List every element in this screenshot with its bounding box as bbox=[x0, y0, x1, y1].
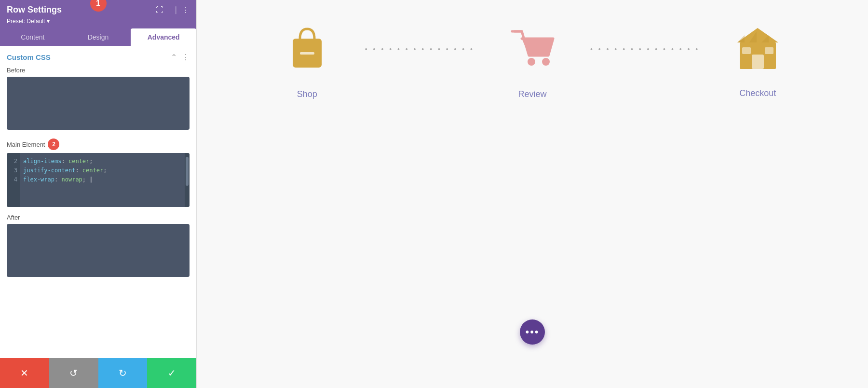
line-numbers: 2 3 4 bbox=[7, 153, 20, 207]
svg-rect-8 bbox=[765, 47, 773, 54]
before-textarea[interactable] bbox=[7, 77, 190, 130]
fullscreen-icon[interactable]: ⛶ bbox=[156, 6, 163, 14]
after-label: After bbox=[7, 214, 190, 221]
before-label: Before bbox=[7, 67, 190, 74]
section-controls: ⌃ ⋮ bbox=[171, 53, 190, 62]
collapse-icon[interactable]: ⌃ bbox=[171, 53, 177, 62]
store-icon bbox=[735, 26, 781, 81]
right-canvas: Shop • • • • • • • • • • • • • • Review bbox=[197, 0, 868, 388]
cart-icon bbox=[510, 24, 556, 82]
after-textarea[interactable] bbox=[7, 224, 190, 277]
flow-item-review: Review bbox=[479, 24, 585, 99]
preset-label[interactable]: Preset: Default ▾ bbox=[7, 18, 190, 28]
cancel-button[interactable]: ✕ bbox=[0, 358, 49, 388]
svg-rect-7 bbox=[742, 47, 751, 54]
panel-title: Row Settings bbox=[7, 5, 62, 15]
menu-dots-icon[interactable]: ⋮ bbox=[182, 5, 190, 14]
panel-body: Custom CSS ⌃ ⋮ Before Main Element 2 2 3… bbox=[0, 46, 196, 358]
redo-button[interactable]: ↻ bbox=[98, 358, 148, 388]
main-element-label: Main Element 2 bbox=[7, 139, 190, 150]
left-panel: Row Settings ⛶ ⎹ ⋮ Preset: Default ▾ 1 C… bbox=[0, 0, 197, 388]
svg-rect-1 bbox=[300, 52, 314, 55]
scrollbar-thumb bbox=[186, 157, 189, 186]
section-menu-icon[interactable]: ⋮ bbox=[182, 53, 190, 62]
panel-tabs: Content Design Advanced bbox=[0, 28, 196, 46]
main-element-editor[interactable]: 2 3 4 align-items: center; justify-conte… bbox=[7, 153, 190, 207]
custom-css-section-header: Custom CSS ⌃ ⋮ bbox=[7, 53, 190, 62]
flow-dots-2: • • • • • • • • • • • • • • bbox=[585, 45, 705, 53]
editor-scrollbar[interactable] bbox=[185, 153, 190, 207]
flow-dots-1: • • • • • • • • • • • • • • bbox=[360, 45, 479, 53]
undo-button[interactable]: ↺ bbox=[49, 358, 98, 388]
bottom-bar: ✕ ↺ ↻ ✓ bbox=[0, 358, 196, 388]
header-icons: ⛶ ⎹ ⋮ bbox=[156, 5, 190, 14]
section-title: Custom CSS bbox=[7, 53, 51, 61]
code-content[interactable]: align-items: center; justify-content: ce… bbox=[20, 153, 185, 207]
save-button[interactable]: ✓ bbox=[147, 358, 196, 388]
review-label: Review bbox=[518, 89, 546, 99]
flow-item-shop: Shop bbox=[254, 24, 360, 99]
shop-label: Shop bbox=[297, 89, 317, 99]
svg-point-3 bbox=[542, 58, 550, 66]
tab-design[interactable]: Design bbox=[66, 28, 131, 46]
fab-button[interactable]: ••• bbox=[520, 319, 545, 345]
badge-2: 2 bbox=[48, 139, 59, 150]
panel-header: Row Settings ⛶ ⎹ ⋮ Preset: Default ▾ 1 bbox=[0, 0, 196, 28]
svg-rect-6 bbox=[752, 55, 764, 69]
checkout-label: Checkout bbox=[739, 88, 776, 98]
tab-content[interactable]: Content bbox=[0, 28, 66, 46]
svg-point-2 bbox=[528, 58, 535, 66]
flow-item-checkout: Checkout bbox=[705, 26, 811, 98]
tab-advanced[interactable]: Advanced bbox=[131, 28, 196, 46]
columns-icon[interactable]: ⎹ bbox=[169, 6, 176, 14]
shop-icon bbox=[285, 24, 329, 82]
flow-row: Shop • • • • • • • • • • • • • • Review bbox=[197, 24, 868, 99]
